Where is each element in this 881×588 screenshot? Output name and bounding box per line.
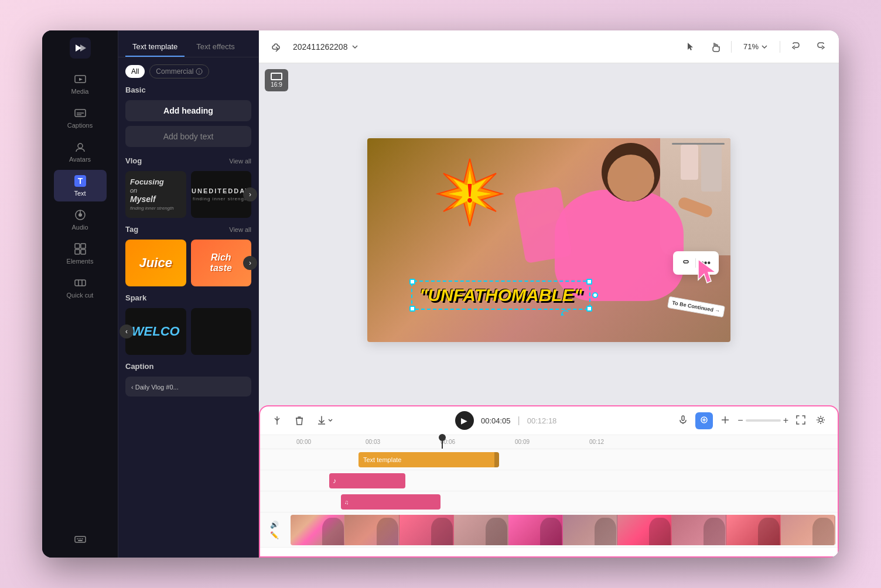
filter-all[interactable]: All bbox=[125, 65, 145, 78]
spark-template-grid: WELCO ‹ bbox=[125, 308, 251, 355]
total-time: 00:12:18 bbox=[527, 416, 557, 425]
preview-area: 16:9 bbox=[259, 63, 839, 417]
sidebar-item-settings[interactable] bbox=[54, 528, 107, 551]
vlog-template-1[interactable]: Focusing on Myself finding inner strengt… bbox=[125, 171, 186, 218]
caption-title: Caption bbox=[125, 362, 153, 371]
zoom-track[interactable] bbox=[746, 419, 781, 422]
vlog-section-header: Vlog View all bbox=[125, 156, 251, 165]
tag-rich-taste[interactable]: Richtaste bbox=[191, 240, 252, 286]
svg-rect-33 bbox=[682, 416, 684, 421]
text-icon: T bbox=[74, 175, 87, 187]
voice-effect-btn[interactable] bbox=[695, 412, 713, 429]
hand-tool-btn[interactable] bbox=[706, 38, 724, 56]
left-panel: Text template Text effects All Commercia… bbox=[118, 30, 259, 558]
sidebar-item-audio[interactable]: Audio bbox=[54, 204, 107, 235]
add-heading-btn[interactable]: Add heading bbox=[125, 100, 251, 121]
timeline-center: ▶ 00:04:05 | 00:12:18 bbox=[343, 411, 668, 430]
playhead[interactable] bbox=[442, 435, 443, 449]
aspect-box-btn[interactable]: 16:9 bbox=[265, 69, 288, 91]
time-3: 00:03 bbox=[366, 439, 380, 445]
handle-r bbox=[592, 292, 598, 298]
frame-person-2 bbox=[377, 518, 398, 545]
trim-btn[interactable] bbox=[718, 412, 733, 429]
tag-view-all[interactable]: View all bbox=[229, 226, 251, 233]
app-container: Media Captions Avatars bbox=[42, 30, 839, 558]
split-btn[interactable] bbox=[269, 413, 285, 428]
rotate-handle[interactable] bbox=[561, 310, 570, 322]
sidebar-item-text[interactable]: T Text bbox=[54, 170, 107, 201]
split-icon bbox=[272, 415, 282, 426]
spark-welcome-text: WELCO bbox=[132, 324, 180, 339]
audio-label: Audio bbox=[71, 224, 88, 231]
sidebar-item-quick-cut[interactable]: Quick cut bbox=[54, 272, 107, 303]
playhead-top bbox=[439, 434, 446, 441]
top-toolbar: 202411262208 bbox=[259, 30, 839, 63]
cloud-icon bbox=[272, 42, 282, 52]
vlog-text-1: Focusing on Myself finding inner strengt… bbox=[130, 177, 174, 211]
frame-inner-4 bbox=[454, 515, 508, 545]
svg-rect-10 bbox=[75, 244, 80, 248]
clip-audio-1[interactable]: ♪ bbox=[329, 473, 405, 488]
zoom-out-btn[interactable]: − bbox=[737, 415, 743, 426]
filter-row: All Commercial i bbox=[125, 64, 251, 78]
audio-icon bbox=[74, 208, 87, 221]
track-text-template: Text template bbox=[260, 449, 838, 470]
caption-daily-vlog[interactable]: ‹ Daily Vlog #0... bbox=[125, 377, 251, 396]
delete-btn[interactable] bbox=[292, 413, 307, 428]
redo-btn[interactable] bbox=[812, 38, 829, 56]
sidebar-item-avatars[interactable]: Avatars bbox=[54, 136, 107, 167]
vlog-view-all[interactable]: View all bbox=[229, 158, 251, 165]
sidebar-item-captions[interactable]: Captions bbox=[54, 102, 107, 134]
frame-person-4 bbox=[486, 518, 507, 545]
frame-person-8 bbox=[704, 518, 725, 545]
zoom-in-btn[interactable]: + bbox=[783, 415, 788, 426]
redo-icon bbox=[815, 42, 826, 52]
fullscreen-btn[interactable] bbox=[793, 412, 808, 429]
spark-template-1[interactable]: WELCO bbox=[125, 308, 186, 355]
clip-text-template[interactable]: Text template bbox=[358, 452, 499, 467]
tab-text-template[interactable]: Text template bbox=[125, 37, 185, 57]
expand-icon bbox=[795, 415, 806, 425]
download-btn[interactable] bbox=[314, 413, 336, 428]
context-link-btn[interactable] bbox=[679, 255, 693, 271]
frame-person-1 bbox=[322, 518, 344, 545]
media-label: Media bbox=[71, 88, 89, 95]
spark-template-2[interactable] bbox=[191, 308, 252, 355]
add-body-btn[interactable]: Add body text bbox=[125, 126, 251, 147]
tab-text-effects[interactable]: Text effects bbox=[189, 37, 242, 57]
frame-inner-10 bbox=[781, 515, 835, 545]
unfathomable-text: "UNFATHOMABLE" bbox=[419, 285, 582, 305]
svg-rect-12 bbox=[75, 249, 80, 254]
tag-juice[interactable]: Juice bbox=[125, 240, 186, 286]
time-separator: | bbox=[518, 415, 520, 426]
zoom-btn[interactable]: 71% bbox=[739, 40, 773, 53]
track-video: 🔊 ✏️ bbox=[260, 512, 838, 548]
settings-timeline-btn[interactable] bbox=[813, 412, 828, 429]
sidebar-item-media[interactable]: Media bbox=[54, 68, 107, 100]
play-btn[interactable]: ▶ bbox=[455, 411, 474, 430]
filter-commercial[interactable]: Commercial i bbox=[149, 64, 209, 78]
vlog-next-btn[interactable]: › bbox=[243, 187, 257, 201]
vlog-template-2[interactable]: UNEDITEDDAY finding inner strength bbox=[191, 171, 252, 218]
svg-rect-17 bbox=[75, 536, 86, 542]
clip-handle-right[interactable] bbox=[494, 452, 499, 467]
frame-10 bbox=[781, 515, 835, 545]
cloud-btn[interactable] bbox=[268, 38, 286, 56]
edit-brush-icon[interactable]: ✏️ bbox=[270, 531, 279, 539]
tag-next-btn[interactable]: › bbox=[243, 256, 257, 270]
select-tool-btn[interactable] bbox=[682, 38, 699, 56]
main-area: 202411262208 bbox=[259, 30, 839, 558]
frame-person-3 bbox=[431, 518, 453, 545]
face bbox=[607, 155, 654, 201]
microphone-btn[interactable] bbox=[675, 412, 691, 429]
clip-audio-2[interactable]: ♫ bbox=[341, 494, 440, 510]
project-name-btn[interactable]: 202411262208 bbox=[293, 42, 359, 52]
frame-inner-8 bbox=[672, 515, 726, 545]
frame-inner-1 bbox=[291, 515, 345, 545]
captions-icon bbox=[74, 107, 87, 119]
spark-prev-btn[interactable]: ‹ bbox=[119, 324, 134, 339]
arm-right bbox=[677, 196, 713, 218]
avatars-label: Avatars bbox=[69, 156, 91, 163]
undo-btn[interactable] bbox=[787, 38, 805, 56]
sidebar-item-elements[interactable]: Elements bbox=[54, 238, 107, 269]
